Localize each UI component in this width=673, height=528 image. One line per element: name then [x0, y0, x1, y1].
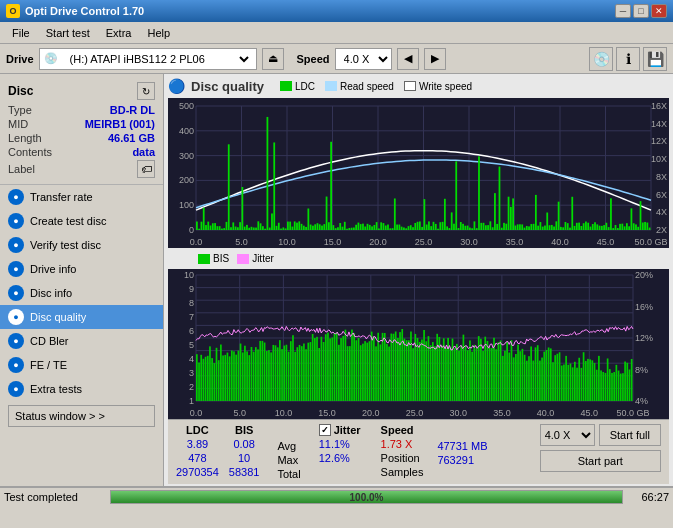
- nav-icon-create-test-disc: ●: [8, 213, 24, 229]
- menu-bar: File Start test Extra Help: [0, 22, 673, 44]
- read-speed-legend-color: [325, 81, 337, 91]
- nav-icon-verify-test-disc: ●: [8, 237, 24, 253]
- speed-stats-col: Speed 1.73 X Position Samples: [381, 424, 424, 478]
- samples-label: Samples: [381, 466, 424, 478]
- label-label: Label: [8, 163, 35, 175]
- sidebar-item-disc-quality[interactable]: ●Disc quality: [0, 305, 163, 329]
- ldc-stats-header: LDC: [176, 424, 219, 436]
- menu-start-test[interactable]: Start test: [38, 25, 98, 41]
- write-speed-legend-color: [404, 81, 416, 91]
- ldc-legend-label: LDC: [295, 81, 315, 92]
- nav-label-drive-info: Drive info: [30, 263, 76, 275]
- drive-toolbar: Drive 💿 (H:) ATAPI iHBS112 2 PL06 ⏏ Spee…: [0, 44, 673, 74]
- contents-label: Contents: [8, 146, 52, 158]
- sidebar-item-create-test-disc[interactable]: ●Create test disc: [0, 209, 163, 233]
- position-value: 47731 MB: [437, 440, 487, 452]
- chart-title-icon: 🔵: [168, 78, 185, 94]
- chart-title: Disc quality: [191, 79, 264, 94]
- label-icon-button[interactable]: 🏷: [137, 160, 155, 178]
- info-icon-button[interactable]: ℹ: [616, 47, 640, 71]
- bis-max-value: 10: [229, 452, 260, 464]
- sidebar-item-transfer-rate[interactable]: ●Transfer rate: [0, 185, 163, 209]
- status-window-button[interactable]: Status window > >: [8, 405, 155, 427]
- type-label: Type: [8, 104, 32, 116]
- jitter-avg-value: 11.1%: [319, 438, 361, 450]
- speed-stats-value: 1.73 X: [381, 438, 424, 450]
- nav-icon-extra-tests: ●: [8, 381, 24, 397]
- maximize-button[interactable]: □: [633, 4, 649, 18]
- disc-refresh-button[interactable]: ↻: [137, 82, 155, 100]
- nav-label-cd-bler: CD Bler: [30, 335, 69, 347]
- speed-next-button[interactable]: ▶: [424, 48, 446, 70]
- length-value: 46.61 GB: [108, 132, 155, 144]
- chart-title-bar: 🔵 Disc quality LDC Read speed Write spee…: [168, 78, 669, 94]
- bis-avg-value: 0.08: [229, 438, 260, 450]
- menu-help[interactable]: Help: [139, 25, 178, 41]
- contents-value: data: [132, 146, 155, 158]
- sidebar-item-disc-info[interactable]: ●Disc info: [0, 281, 163, 305]
- stats-area: LDC 3.89 478 2970354 BIS 0.08 10 58381 A…: [168, 419, 669, 484]
- charts-container: BIS Jitter: [168, 98, 669, 419]
- progress-text: 100.0%: [350, 492, 384, 503]
- chart-area: 🔵 Disc quality LDC Read speed Write spee…: [164, 74, 673, 486]
- length-label: Length: [8, 132, 42, 144]
- disc-section: Disc ↻ Type BD-R DL MID MEIRB1 (001) Len…: [0, 78, 163, 185]
- start-part-button[interactable]: Start part: [540, 450, 661, 472]
- bis-stats-header: BIS: [229, 424, 260, 436]
- sidebar-item-fe-te[interactable]: ●FE / TE: [0, 353, 163, 377]
- menu-file[interactable]: File: [4, 25, 38, 41]
- type-value: BD-R DL: [110, 104, 155, 116]
- status-text: Test completed: [4, 491, 104, 503]
- nav-label-create-test-disc: Create test disc: [30, 215, 106, 227]
- mid-value: MEIRB1 (001): [85, 118, 155, 130]
- position-values-col: 47731 MB 763291: [437, 424, 487, 466]
- ldc-max-value: 478: [176, 452, 219, 464]
- nav-label-disc-info: Disc info: [30, 287, 72, 299]
- bis-legend-color: [198, 254, 210, 264]
- start-speed-select[interactable]: 4.0 X: [540, 424, 595, 446]
- nav-icon-drive-info: ●: [8, 261, 24, 277]
- write-speed-legend-label: Write speed: [419, 81, 472, 92]
- status-window-label: Status window > >: [15, 410, 105, 422]
- eject-button[interactable]: ⏏: [262, 48, 284, 70]
- minimize-button[interactable]: ─: [615, 4, 631, 18]
- speed-label: Speed: [297, 53, 330, 65]
- sidebar-item-verify-test-disc[interactable]: ●Verify test disc: [0, 233, 163, 257]
- nav-icon-cd-bler: ●: [8, 333, 24, 349]
- nav-label-transfer-rate: Transfer rate: [30, 191, 93, 203]
- jitter-stats-col: ✓ Jitter 11.1% 12.6%: [319, 424, 361, 466]
- speed-prev-button[interactable]: ◀: [397, 48, 419, 70]
- app-icon: O: [6, 4, 20, 18]
- time-text: 66:27: [629, 491, 669, 503]
- save-icon-button[interactable]: 💾: [643, 47, 667, 71]
- drive-select[interactable]: (H:) ATAPI iHBS112 2 PL06: [62, 48, 252, 70]
- ldc-chart-wrapper: [168, 98, 669, 248]
- nav-label-disc-quality: Disc quality: [30, 311, 86, 323]
- disc-icon-button[interactable]: 💿: [589, 47, 613, 71]
- bis-chart: [168, 269, 669, 419]
- chart-legend: LDC Read speed Write speed: [280, 81, 472, 92]
- bis-legend-label: BIS: [213, 253, 229, 264]
- start-full-button[interactable]: Start full: [599, 424, 661, 446]
- bis-legend-row: BIS Jitter: [168, 252, 669, 265]
- nav-icon-fe-te: ●: [8, 357, 24, 373]
- sidebar-item-extra-tests[interactable]: ●Extra tests: [0, 377, 163, 401]
- nav-label-verify-test-disc: Verify test disc: [30, 239, 101, 251]
- ldc-legend-color: [280, 81, 292, 91]
- bis-chart-wrapper: [168, 269, 669, 419]
- drive-label: Drive: [6, 53, 34, 65]
- speed-stats-header: Speed: [381, 424, 424, 436]
- action-buttons-col: 4.0 X Start full Start part: [540, 424, 661, 472]
- title-bar: O Opti Drive Control 1.70 ─ □ ✕: [0, 0, 673, 22]
- close-button[interactable]: ✕: [651, 4, 667, 18]
- jitter-legend-color: [237, 254, 249, 264]
- sidebar-item-drive-info[interactable]: ●Drive info: [0, 257, 163, 281]
- nav-icon-disc-quality: ●: [8, 309, 24, 325]
- jitter-checkbox[interactable]: ✓: [319, 424, 331, 436]
- ldc-total-value: 2970354: [176, 466, 219, 478]
- menu-extra[interactable]: Extra: [98, 25, 140, 41]
- max-row-label: Max: [277, 454, 300, 466]
- bis-stats-col: BIS 0.08 10 58381: [229, 424, 260, 478]
- speed-select[interactable]: 4.0 X: [336, 48, 391, 70]
- sidebar-item-cd-bler[interactable]: ●CD Bler: [0, 329, 163, 353]
